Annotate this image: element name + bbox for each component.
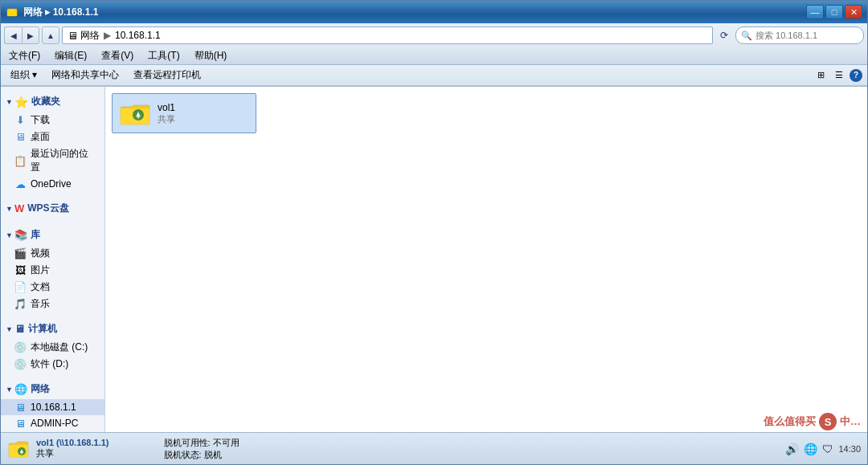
folder-name: vol1: [158, 102, 175, 113]
window-icon: [6, 6, 18, 18]
network-triangle: ▼: [6, 385, 13, 394]
video-icon: 🎬: [14, 247, 27, 260]
path-ip: 10.168.1.1: [115, 30, 161, 41]
minimize-button[interactable]: —: [806, 5, 824, 19]
wps-header[interactable]: ▼ W WPS云盘: [1, 198, 104, 218]
folder-text: vol1 共享: [158, 102, 175, 125]
path-separator: ▶: [104, 30, 111, 41]
sidebar-item-documents[interactable]: 📄 文档: [1, 279, 104, 296]
folder-icon: [119, 100, 151, 126]
status-folder-icon: [7, 438, 30, 460]
network-share-center-button[interactable]: 网络和共享中心: [47, 67, 124, 84]
music-icon: 🎵: [14, 298, 27, 311]
menu-file[interactable]: 文件(F): [6, 48, 43, 63]
sidebar-item-10168[interactable]: 🖥 10.168.1.1: [1, 399, 104, 415]
menu-help[interactable]: 帮助(H): [191, 48, 231, 63]
desktop-icon: 🖥: [14, 131, 27, 144]
system-tray: 🔊 🌐 🛡 14:30: [785, 443, 861, 455]
path-network: 网络: [80, 29, 100, 43]
sidebar: ▼ ⭐ 收藏夹 ⬇ 下载 🖥 桌面 📋 最近访问的位置 ☁ OneDrive: [1, 87, 105, 432]
action-bar: 组织 ▾ 网络和共享中心 查看远程打印机 ⊞ ☰ ?: [1, 65, 867, 86]
machine-status-detail: 脱机状态: 脱机: [164, 449, 240, 461]
view-remote-printer-button[interactable]: 查看远程打印机: [129, 67, 206, 84]
sidebar-item-music[interactable]: 🎵 音乐: [1, 296, 104, 312]
favorites-header[interactable]: ▼ ⭐ 收藏夹: [1, 92, 104, 112]
ip-icon: 🖥: [14, 401, 27, 414]
sidebar-item-admin-pc[interactable]: 🖥 ADMIN-PC: [1, 415, 104, 431]
status-bar: vol1 (\\10.168.1.1) 共享 脱机可用性: 不可用 脱机状态: …: [1, 432, 867, 464]
window-title: 网络 ▸ 10.168.1.1: [23, 6, 806, 19]
onedrive-icon: ☁: [14, 177, 27, 190]
folder-item-vol1[interactable]: vol1 共享: [112, 93, 256, 133]
up-button[interactable]: ▲: [42, 27, 59, 44]
sidebar-item-recent[interactable]: 📋 最近访问的位置: [1, 145, 104, 176]
status-info: vol1 (\\10.168.1.1) 共享: [36, 438, 109, 459]
sidebar-item-c-drive[interactable]: 💿 本地磁盘 (C:): [1, 339, 104, 356]
sidebar-item-download[interactable]: ⬇ 下载: [1, 112, 104, 128]
nav-buttons: ◀ ▶: [4, 27, 39, 44]
details-pane-button[interactable]: ☰: [831, 68, 847, 83]
svg-rect-1: [7, 10, 17, 16]
view-options: ⊞ ☰ ?: [813, 68, 862, 83]
sidebar-item-onedrive[interactable]: ☁ OneDrive: [1, 176, 104, 192]
library-triangle: ▼: [6, 231, 13, 239]
menu-edit[interactable]: 编辑(E): [51, 48, 90, 63]
status-machine-info: 脱机可用性: 不可用 脱机状态: 脱机: [164, 437, 240, 461]
favorites-triangle: ▼: [6, 98, 13, 106]
tray-icon-3[interactable]: 🛡: [822, 443, 833, 455]
library-header[interactable]: ▼ 📚 库: [1, 225, 104, 245]
wps-triangle: ▼: [6, 205, 13, 213]
search-box: 🔍: [735, 27, 864, 44]
toolbar-area: ◀ ▶ ▲ 🖥 网络 ▶ 10.168.1.1 ⟳ 🔍 文件(F) 编辑(E): [1, 23, 867, 87]
help-button[interactable]: ?: [850, 69, 862, 82]
main-area: ▼ ⭐ 收藏夹 ⬇ 下载 🖥 桌面 📋 最近访问的位置 ☁ OneDrive: [1, 87, 867, 432]
sidebar-item-desktop[interactable]: 🖥 桌面: [1, 128, 104, 145]
back-button[interactable]: ◀: [4, 27, 22, 44]
computer-header[interactable]: ▼ 🖥 计算机: [1, 319, 104, 339]
folder-grid: vol1 共享: [112, 93, 861, 133]
sidebar-item-pictures[interactable]: 🖼 图片: [1, 262, 104, 279]
menu-view[interactable]: 查看(V): [98, 48, 137, 63]
c-drive-icon: 💿: [14, 341, 27, 354]
window-controls: — □ ✕: [806, 5, 862, 19]
maximize-button[interactable]: □: [825, 5, 843, 19]
menu-bar: 文件(F) 编辑(E) 查看(V) 工具(T) 帮助(H): [1, 47, 867, 65]
menu-tools[interactable]: 工具(T): [145, 48, 182, 63]
status-folder-sub: 共享: [36, 447, 109, 459]
search-input[interactable]: [755, 31, 852, 40]
d-drive-icon: 💿: [14, 358, 27, 371]
tray-icon-2[interactable]: 🌐: [804, 443, 817, 455]
recent-icon: 📋: [14, 154, 27, 167]
folder-type: 共享: [158, 113, 175, 125]
tray-icon-1[interactable]: 🔊: [785, 443, 799, 455]
computer-triangle: ▼: [6, 325, 13, 333]
sidebar-item-video[interactable]: 🎬 视频: [1, 245, 104, 262]
clock: 14:30: [838, 444, 861, 454]
pictures-icon: 🖼: [14, 264, 27, 277]
content-panel: vol1 共享: [105, 87, 867, 432]
sidebar-item-d-drive[interactable]: 💿 软件 (D:): [1, 356, 104, 373]
status-folder-path: vol1 (\\10.168.1.1): [36, 438, 109, 447]
machine-status-label: 脱机可用性: 不可用: [164, 437, 240, 449]
title-bar: 网络 ▸ 10.168.1.1 — □ ✕: [1, 1, 867, 23]
address-bar: ◀ ▶ ▲ 🖥 网络 ▶ 10.168.1.1 ⟳ 🔍: [1, 23, 867, 47]
refresh-button[interactable]: ⟳: [715, 27, 733, 44]
download-icon: ⬇: [14, 114, 27, 127]
admin-pc-icon: 🖥: [14, 417, 27, 430]
forward-button[interactable]: ▶: [22, 27, 39, 44]
address-path[interactable]: 🖥 网络 ▶ 10.168.1.1: [62, 27, 713, 44]
path-parts: 🖥 网络 ▶ 10.168.1.1: [68, 29, 161, 43]
network-header[interactable]: ▼ 🌐 网络: [1, 379, 104, 399]
close-button[interactable]: ✕: [845, 5, 862, 19]
organize-button[interactable]: 组织 ▾: [6, 67, 42, 84]
documents-icon: 📄: [14, 281, 27, 294]
view-mode-button[interactable]: ⊞: [813, 68, 829, 83]
